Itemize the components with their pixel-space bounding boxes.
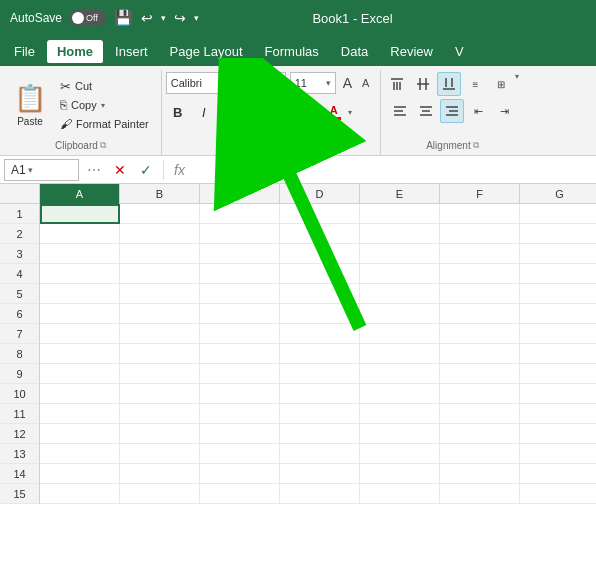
cell[interactable] bbox=[440, 264, 520, 284]
col-header-G[interactable]: G bbox=[520, 184, 596, 204]
row-header[interactable]: 2 bbox=[0, 224, 40, 244]
cell[interactable] bbox=[520, 224, 596, 244]
cell[interactable] bbox=[280, 324, 360, 344]
row-header[interactable]: 3 bbox=[0, 244, 40, 264]
cell[interactable] bbox=[200, 304, 280, 324]
menu-view[interactable]: V bbox=[445, 40, 474, 63]
menu-review[interactable]: Review bbox=[380, 40, 443, 63]
align-left-button[interactable] bbox=[388, 99, 412, 123]
cell-B1[interactable] bbox=[120, 204, 200, 224]
menu-home[interactable]: Home bbox=[47, 40, 103, 63]
row-header[interactable]: 15 bbox=[0, 484, 40, 504]
font-name-select[interactable]: Calibri ▾ bbox=[166, 72, 286, 94]
cell[interactable] bbox=[360, 404, 440, 424]
cell[interactable] bbox=[520, 444, 596, 464]
cell[interactable] bbox=[520, 264, 596, 284]
cell[interactable] bbox=[40, 484, 120, 504]
row-header[interactable]: 12 bbox=[0, 424, 40, 444]
merge-center-button[interactable]: ⊞ bbox=[489, 72, 513, 96]
cell[interactable] bbox=[520, 324, 596, 344]
cell[interactable] bbox=[520, 284, 596, 304]
cell[interactable] bbox=[440, 224, 520, 244]
cell[interactable] bbox=[40, 324, 120, 344]
cell[interactable] bbox=[120, 364, 200, 384]
cell[interactable] bbox=[40, 384, 120, 404]
cell[interactable] bbox=[440, 464, 520, 484]
cell[interactable] bbox=[440, 404, 520, 424]
cell[interactable] bbox=[120, 284, 200, 304]
cell[interactable] bbox=[360, 344, 440, 364]
cell[interactable] bbox=[280, 384, 360, 404]
cell[interactable] bbox=[200, 404, 280, 424]
cell[interactable] bbox=[440, 384, 520, 404]
row-header[interactable]: 6 bbox=[0, 304, 40, 324]
cell[interactable] bbox=[520, 344, 596, 364]
cell[interactable] bbox=[40, 344, 120, 364]
align-top-button[interactable] bbox=[385, 72, 409, 96]
cell[interactable] bbox=[40, 244, 120, 264]
align-bottom-button[interactable] bbox=[437, 72, 461, 96]
cell[interactable] bbox=[440, 344, 520, 364]
cell[interactable] bbox=[280, 344, 360, 364]
cell[interactable] bbox=[360, 284, 440, 304]
align-middle-button[interactable] bbox=[411, 72, 435, 96]
cell[interactable] bbox=[200, 464, 280, 484]
cut-button[interactable]: ✂ Cut bbox=[56, 77, 153, 95]
fill-color-dropdown[interactable]: ▾ bbox=[316, 108, 320, 117]
row-header[interactable]: 13 bbox=[0, 444, 40, 464]
cell[interactable] bbox=[120, 264, 200, 284]
cell[interactable] bbox=[120, 224, 200, 244]
cell[interactable] bbox=[200, 284, 280, 304]
menu-insert[interactable]: Insert bbox=[105, 40, 158, 63]
save-icon[interactable]: 💾 bbox=[114, 9, 133, 27]
cell[interactable] bbox=[440, 424, 520, 444]
undo-dropdown-icon[interactable]: ▾ bbox=[161, 13, 166, 23]
cell[interactable] bbox=[200, 224, 280, 244]
cell[interactable] bbox=[200, 384, 280, 404]
undo-icon[interactable]: ↩ bbox=[141, 10, 153, 26]
formula-bar-options[interactable]: ⋯ bbox=[83, 162, 105, 178]
increase-indent-button[interactable]: ⇥ bbox=[492, 99, 516, 123]
format-painter-button[interactable]: 🖌 Format Painter bbox=[56, 115, 153, 133]
name-box-dropdown[interactable]: ▾ bbox=[28, 165, 33, 175]
align-right-button[interactable] bbox=[440, 99, 464, 123]
underline-button[interactable]: U bbox=[218, 100, 242, 124]
cell[interactable] bbox=[440, 324, 520, 344]
font-color-button[interactable]: A bbox=[322, 100, 346, 124]
menu-data[interactable]: Data bbox=[331, 40, 378, 63]
cell[interactable] bbox=[360, 484, 440, 504]
col-header-B[interactable]: B bbox=[120, 184, 200, 204]
cell-D1[interactable] bbox=[280, 204, 360, 224]
cell[interactable] bbox=[120, 424, 200, 444]
cell[interactable] bbox=[440, 304, 520, 324]
cell[interactable] bbox=[280, 444, 360, 464]
row-header[interactable]: 9 bbox=[0, 364, 40, 384]
cell[interactable] bbox=[520, 244, 596, 264]
font-size-decrease-button[interactable]: A bbox=[359, 72, 372, 94]
fill-color-button[interactable]: A bbox=[290, 100, 314, 124]
cell[interactable] bbox=[280, 424, 360, 444]
cell[interactable] bbox=[520, 364, 596, 384]
cell[interactable] bbox=[360, 364, 440, 384]
autosave-toggle[interactable]: Off bbox=[70, 10, 106, 26]
cell[interactable] bbox=[200, 324, 280, 344]
wrap-text-button[interactable]: ≡ bbox=[463, 72, 487, 96]
cell[interactable] bbox=[440, 244, 520, 264]
formula-input[interactable] bbox=[193, 159, 592, 181]
cell[interactable] bbox=[200, 244, 280, 264]
menu-file[interactable]: File bbox=[4, 40, 45, 63]
cell[interactable] bbox=[360, 264, 440, 284]
cell[interactable] bbox=[360, 384, 440, 404]
cell[interactable] bbox=[520, 304, 596, 324]
copy-button[interactable]: ⎘ Copy ▾ bbox=[56, 96, 153, 114]
cancel-formula-button[interactable]: ✕ bbox=[109, 159, 131, 181]
cell[interactable] bbox=[360, 304, 440, 324]
cell[interactable] bbox=[280, 224, 360, 244]
bold-button[interactable]: B bbox=[166, 100, 190, 124]
cell[interactable] bbox=[440, 364, 520, 384]
cell[interactable] bbox=[40, 404, 120, 424]
cell[interactable] bbox=[360, 224, 440, 244]
cell[interactable] bbox=[40, 224, 120, 244]
cell-E1[interactable] bbox=[360, 204, 440, 224]
cell[interactable] bbox=[280, 284, 360, 304]
